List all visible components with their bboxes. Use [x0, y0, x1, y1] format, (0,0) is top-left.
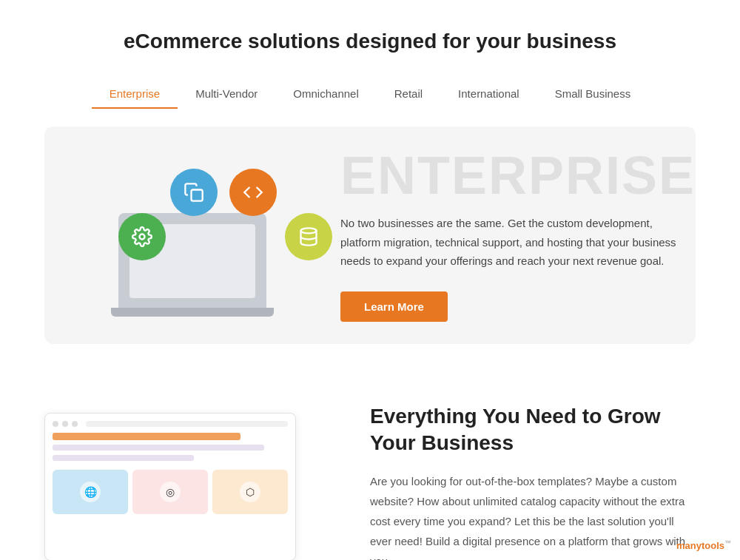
browser-dot-3 [72, 421, 78, 427]
hero-section: eCommerce solutions designed for your bu… [0, 0, 740, 344]
enterprise-illustration [74, 154, 311, 317]
second-section: 🌐 ◎ ⬡ Everything You Need to Grow Your B… [0, 374, 740, 561]
svg-point-2 [301, 228, 317, 233]
tab-multi-vendor[interactable]: Multi-Vendor [178, 80, 275, 109]
tab-retail[interactable]: Retail [377, 80, 440, 109]
browser-mockup: 🌐 ◎ ⬡ [44, 413, 296, 560]
manytools-badge: manytools™ [676, 539, 731, 551]
gear-icon-bubble [118, 213, 166, 260]
laptop-base [111, 308, 274, 317]
browser-dot-2 [62, 421, 68, 427]
page-wrapper: eCommerce solutions designed for your bu… [0, 0, 740, 560]
manytools-label: many [676, 540, 702, 551]
browser-card-grid: 🌐 ◎ ⬡ [53, 470, 288, 514]
card-icon-2: ◎ [160, 482, 181, 502]
svg-point-1 [140, 234, 145, 239]
second-illustration: 🌐 ◎ ⬡ [44, 405, 326, 560]
browser-titlebar [53, 421, 288, 427]
tab-navigation: Enterprise Multi-Vendor Omnichannel Reta… [44, 80, 696, 109]
card-icon-1: 🌐 [80, 482, 101, 502]
tab-omnichannel[interactable]: Omnichannel [275, 80, 376, 109]
browser-text-row-1 [53, 445, 264, 451]
tab-enterprise[interactable]: Enterprise [92, 80, 178, 109]
page-title: eCommerce solutions designed for your bu… [44, 30, 696, 53]
tab-small-business[interactable]: Small Business [537, 80, 649, 109]
database-icon-bubble [285, 213, 332, 260]
card-icon-3: ⬡ [240, 482, 260, 502]
second-section-content: Everything You Need to Grow Your Busines… [370, 403, 696, 561]
enterprise-watermark: ENTERPRISE [340, 149, 696, 202]
browser-header-row [53, 433, 240, 440]
tab-international[interactable]: International [440, 80, 537, 109]
browser-content: 🌐 ◎ ⬡ [53, 433, 288, 514]
browser-card-2: ◎ [132, 470, 208, 514]
manytools-highlight: tools [702, 540, 724, 551]
second-section-title: Everything You Need to Grow Your Busines… [370, 403, 696, 457]
browser-card-3: ⬡ [212, 470, 288, 514]
svg-rect-0 [192, 189, 203, 200]
code-icon-bubble [229, 169, 277, 216]
enterprise-description: No two businesses are the same. Get the … [340, 214, 696, 271]
browser-card-1: 🌐 [53, 470, 128, 514]
browser-text-row-2 [53, 455, 194, 461]
enterprise-card: ENTERPRISE No two businesses are the sam… [44, 126, 696, 344]
enterprise-content: ENTERPRISE No two businesses are the sam… [311, 149, 696, 322]
learn-more-button[interactable]: Learn More [340, 291, 448, 322]
second-section-description: Are you looking for out-of-the-box templ… [370, 471, 696, 560]
browser-address-bar [86, 421, 288, 427]
copy-icon-bubble [170, 169, 218, 216]
browser-dot-1 [53, 421, 58, 427]
